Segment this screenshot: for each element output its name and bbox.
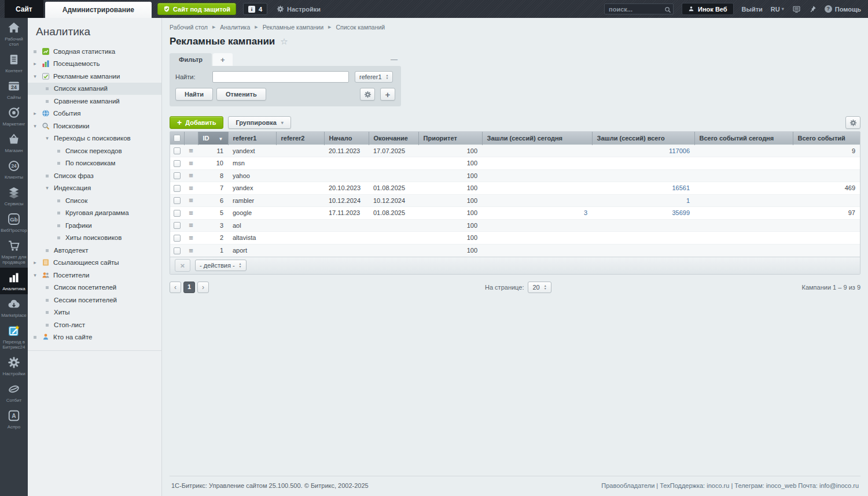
rail-item-content[interactable]: Контент xyxy=(0,50,28,76)
rail-item-marketplace[interactable]: Marketplace xyxy=(0,294,28,321)
sidebar-item[interactable]: Автодетект xyxy=(28,244,161,257)
row-menu-icon[interactable]: ≡ xyxy=(184,232,198,245)
column-header-referer1[interactable]: referer1 xyxy=(228,132,276,145)
minimize-filter-icon[interactable]: — xyxy=(391,55,398,64)
row-menu-icon[interactable]: ≡ xyxy=(184,207,198,220)
column-header-id[interactable]: ID▼ xyxy=(198,132,228,145)
row-menu-icon[interactable]: ≡ xyxy=(184,169,198,182)
sidebar-item[interactable]: Кто на сайте xyxy=(28,331,161,344)
sidebar-item[interactable]: Список фраз xyxy=(28,169,161,182)
row-menu-icon[interactable]: ≡ xyxy=(184,194,198,207)
sessions_total-link[interactable]: 16561 xyxy=(672,184,690,191)
sidebar-item[interactable]: Графики xyxy=(28,219,161,232)
breadcrumb-item[interactable]: Аналитика xyxy=(220,24,250,31)
grouping-button[interactable]: Группировка▾ xyxy=(228,116,290,129)
help-button[interactable]: ? Помощь xyxy=(825,5,861,13)
sidebar-item[interactable]: ▾Индексация xyxy=(28,182,161,195)
rail-item-store[interactable]: Магазин xyxy=(0,129,28,156)
clear-selection-button[interactable]: × xyxy=(175,259,190,272)
pin-icon[interactable] xyxy=(809,5,816,13)
column-header-sessions_today[interactable]: Зашли (сессий) сегодня xyxy=(482,132,592,145)
sidebar-item[interactable]: По поисковикам xyxy=(28,157,161,170)
column-header-referer2[interactable]: referer2 xyxy=(276,132,324,145)
sidebar-item[interactable]: Сводная статистика xyxy=(28,45,161,58)
sidebar-item[interactable]: ▾Переходы с поисковиков xyxy=(28,132,161,145)
sessions_total-link[interactable]: 117006 xyxy=(669,147,690,154)
row-menu-icon[interactable]: ≡ xyxy=(184,145,198,157)
rail-item-sites[interactable]: 24Сайты xyxy=(0,76,28,103)
search-icon[interactable] xyxy=(664,5,671,16)
rail-item-clients[interactable]: 24Клиенты xyxy=(0,156,28,183)
sidebar-item[interactable]: ▸Посещаемость xyxy=(28,58,161,71)
filter-field-select[interactable]: referer1 xyxy=(355,71,393,83)
language-selector[interactable]: RU▾ xyxy=(771,6,784,13)
sessions_total-link[interactable]: 1 xyxy=(686,197,690,204)
rail-item-sotbit[interactable]: Сотбит xyxy=(0,379,28,406)
select-all-checkbox[interactable] xyxy=(174,135,181,142)
row-checkbox[interactable] xyxy=(174,172,181,179)
column-header-events_today[interactable]: Всего событий сегодня xyxy=(694,132,793,145)
sidebar-item[interactable]: Хиты xyxy=(28,306,161,319)
grid-settings-button[interactable] xyxy=(845,116,860,129)
per-page-select[interactable]: 20 xyxy=(528,282,551,293)
rail-item-marketing[interactable]: Маркетинг xyxy=(0,103,28,129)
sessions_today-link[interactable]: 3 xyxy=(584,209,587,216)
sidebar-item[interactable]: Список посетителей xyxy=(28,282,161,294)
rail-item-desktop[interactable]: Рабочий стол xyxy=(0,18,28,50)
sidebar-item[interactable]: Сессии посетителей xyxy=(28,294,161,306)
add-filter-tab[interactable]: + xyxy=(213,53,233,66)
column-header-events_total[interactable]: Всего событий xyxy=(793,132,860,145)
topbar-settings-button[interactable]: Настройки xyxy=(277,5,321,13)
row-checkbox[interactable] xyxy=(174,160,181,167)
favorite-star-icon[interactable]: ☆ xyxy=(280,36,288,47)
sidebar-item[interactable]: Сравнение кампаний xyxy=(28,95,161,108)
row-menu-icon[interactable]: ≡ xyxy=(184,182,198,195)
sidebar-item[interactable]: Круговая диаграмма xyxy=(28,207,161,220)
prev-page-button[interactable]: ‹ xyxy=(170,282,181,293)
row-menu-icon[interactable]: ≡ xyxy=(184,219,198,232)
filter-tab[interactable]: Фильтр xyxy=(170,53,212,66)
tab-administration[interactable]: Администрирование xyxy=(45,2,152,18)
rail-item-sellers-market[interactable]: Маркет для продавцов xyxy=(0,236,28,268)
tab-site[interactable]: Сайт xyxy=(5,0,43,18)
row-checkbox[interactable] xyxy=(174,222,181,229)
rail-item-aspro[interactable]: AАспро xyxy=(0,406,28,432)
rail-item-webprostor[interactable]: GbВебПростор xyxy=(0,209,28,236)
panel-icon[interactable] xyxy=(792,5,801,13)
sidebar-item[interactable]: ▾Рекламные кампании xyxy=(28,70,161,83)
add-button[interactable]: + Добавить xyxy=(170,116,223,129)
notifications-button[interactable]: i 4 xyxy=(243,3,267,15)
sidebar-item[interactable]: Хиты поисковиков xyxy=(28,232,161,245)
sidebar-item[interactable]: ▾Посетители xyxy=(28,269,161,282)
actions-select[interactable]: - действия - xyxy=(195,260,247,271)
breadcrumb-item[interactable]: Рекламные кампании xyxy=(263,24,323,31)
breadcrumb-item[interactable]: Список кампаний xyxy=(336,24,385,31)
logout-link[interactable]: Выйти xyxy=(742,6,763,13)
column-header-sessions_total[interactable]: Зашли (сессий) всего xyxy=(592,132,694,145)
row-checkbox[interactable] xyxy=(174,235,181,242)
sidebar-item[interactable]: Стоп-лист xyxy=(28,319,161,331)
row-checkbox[interactable] xyxy=(174,185,181,192)
column-header-end[interactable]: Окончание xyxy=(369,132,418,145)
row-menu-icon[interactable]: ≡ xyxy=(184,244,198,257)
filter-cancel-button[interactable]: Отменить xyxy=(216,88,266,101)
row-checkbox[interactable] xyxy=(174,197,181,204)
filter-settings-button[interactable] xyxy=(360,88,375,101)
row-checkbox[interactable] xyxy=(174,247,181,254)
breadcrumb-item[interactable]: Рабочий стол xyxy=(170,24,208,31)
rail-item-services[interactable]: Сервисы xyxy=(0,183,28,209)
sidebar-item[interactable]: Список кампаний xyxy=(28,83,161,95)
rail-item-analytics[interactable]: Аналитика xyxy=(0,268,28,294)
sidebar-item[interactable]: Список переходов xyxy=(28,145,161,157)
row-checkbox[interactable] xyxy=(174,147,181,154)
next-page-button[interactable]: › xyxy=(197,282,209,293)
site-protected-button[interactable]: Сайт под защитой xyxy=(157,3,236,15)
sidebar-item[interactable]: ▸События xyxy=(28,108,161,120)
rail-item-settings[interactable]: Настройки xyxy=(0,353,28,379)
filter-find-input[interactable] xyxy=(212,71,349,83)
sidebar-item[interactable]: Список xyxy=(28,194,161,207)
filter-add-field-button[interactable]: + xyxy=(380,88,395,101)
column-header-priority[interactable]: Приоритет xyxy=(418,132,482,145)
row-checkbox[interactable] xyxy=(174,210,181,217)
row-menu-icon[interactable]: ≡ xyxy=(184,157,198,170)
